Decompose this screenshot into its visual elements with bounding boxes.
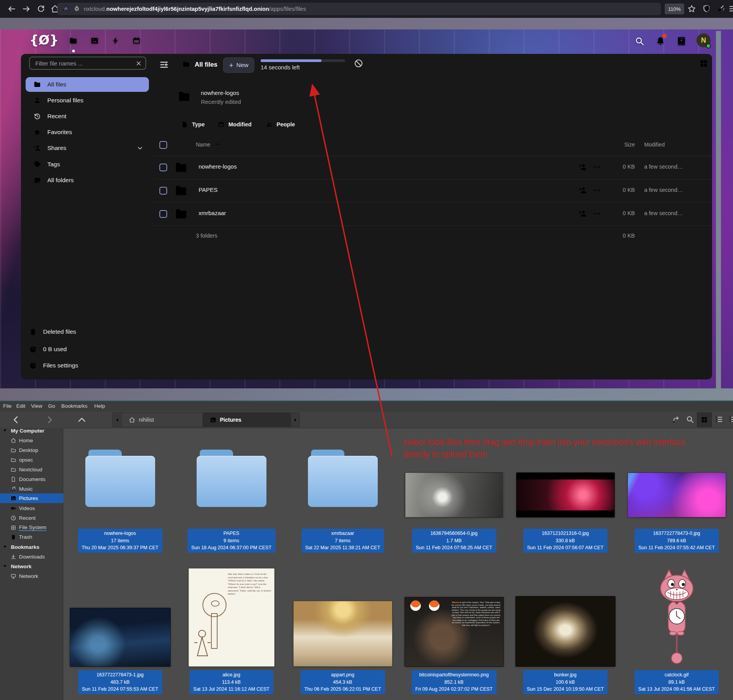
nextcloud-logo[interactable]: {Ø}: [29, 33, 53, 48]
tree-item-recent[interactable]: Recent: [0, 513, 63, 523]
tree-item-network[interactable]: Network: [0, 571, 63, 581]
fm-jump-to-path-icon[interactable]: [672, 415, 681, 424]
clear-filter-icon[interactable]: [135, 60, 142, 67]
file-row-xmrbazaar[interactable]: xmrbazaar 0 KB a few second…: [153, 202, 712, 226]
fm-search-icon[interactable]: [686, 415, 694, 424]
shield-icon[interactable]: [702, 4, 711, 14]
zoom-level-badge[interactable]: 110%: [665, 3, 684, 14]
filter-chip-people[interactable]: People: [266, 121, 295, 128]
sidebar-item-deleted-files[interactable]: Deleted files: [29, 328, 76, 336]
tab-scroll-left-icon[interactable]: [112, 412, 122, 427]
sidebar-item-tags[interactable]: Tags: [26, 157, 149, 172]
select-all-checkbox[interactable]: [159, 141, 167, 149]
share-icon[interactable]: [578, 162, 588, 172]
tree-item-file-system[interactable]: File System: [0, 523, 63, 533]
file-row-nowhere-logos[interactable]: nowhere-logos 0 KB a few second…: [153, 156, 712, 179]
grid-view-toggle-icon[interactable]: [699, 59, 709, 68]
browser-menu-icon[interactable]: [728, 4, 733, 14]
share-icon[interactable]: [578, 186, 588, 196]
browser-back-button[interactable]: [7, 4, 16, 14]
sidebar-item-personal-files[interactable]: Personal files: [26, 93, 149, 108]
tab-scroll-right-icon[interactable]: [290, 412, 300, 427]
fm-more-menu-icon[interactable]: [728, 415, 733, 424]
bookmark-star-icon[interactable]: [687, 4, 697, 14]
tab-label: Pictures: [220, 417, 241, 423]
filter-files-input[interactable]: [29, 57, 146, 70]
breadcrumb[interactable]: All files: [182, 60, 218, 68]
fm-list-view-icon[interactable]: [715, 415, 723, 424]
tree-item-nextcloud[interactable]: Nextcloud: [0, 465, 63, 474]
new-button[interactable]: + New: [223, 57, 254, 73]
collapse-sidebar-icon[interactable]: [159, 60, 169, 70]
sidebar-item-quota[interactable]: 0 B used: [29, 345, 67, 353]
tree-item-pictures[interactable]: Pictures: [0, 493, 63, 503]
unified-search-icon[interactable]: [634, 36, 645, 46]
sidebar-item-favorites[interactable]: Favorites: [26, 125, 149, 140]
fm-up-button[interactable]: [77, 415, 87, 425]
column-header-size[interactable]: Size: [599, 141, 635, 148]
browser-forward-button[interactable]: [22, 4, 31, 14]
row-checkbox[interactable]: [159, 210, 167, 218]
tree-item-opsec[interactable]: opsec: [0, 455, 63, 465]
tab-nihilist[interactable]: nihilist: [122, 412, 203, 427]
share-icon[interactable]: [578, 209, 588, 219]
fm-forward-button[interactable]: [45, 415, 55, 425]
clear-data-broom-icon[interactable]: [716, 4, 725, 14]
fm-item-nowhere-logos[interactable]: nowhere-logos17 itemsThu 20 Mar 2025 06:…: [64, 428, 176, 556]
row-checkbox[interactable]: [159, 164, 167, 171]
filter-chip-modified[interactable]: Modified: [218, 121, 252, 128]
calendar-app-icon[interactable]: [132, 36, 141, 45]
photos-app-icon[interactable]: [90, 36, 99, 45]
fm-item-xmrbazaar[interactable]: xmrbazaar7 itemsSat 22 Mar 2025 11:38:21…: [287, 428, 398, 556]
file-row-papes[interactable]: PAPES 0 KB a few second…: [153, 179, 712, 203]
menu-help[interactable]: Help: [94, 403, 105, 409]
tree-item-music[interactable]: Music: [0, 484, 63, 494]
fm-item-papes[interactable]: PAPES9 itemsSun 18 Aug 2024 06:37:00 PM …: [176, 428, 287, 556]
files-app-icon[interactable]: [69, 36, 78, 45]
filter-chip-type[interactable]: Type: [181, 121, 205, 128]
activity-app-icon[interactable]: [111, 36, 120, 45]
fm-grid-view-button[interactable]: [697, 412, 712, 427]
menu-file[interactable]: File: [3, 403, 12, 409]
contacts-menu-icon[interactable]: [676, 36, 686, 46]
fm-item-1637722778473-1[interactable]: 1637722778473-1.jpg483.7 kBSun 11 Feb 20…: [64, 558, 176, 700]
row-checkbox[interactable]: [159, 187, 167, 195]
sidebar-item-files-settings[interactable]: Files settings: [29, 362, 78, 369]
tab-pictures[interactable]: Pictures: [203, 412, 290, 427]
tor-circuit-icon[interactable]: [62, 5, 70, 13]
cancel-upload-icon[interactable]: [354, 59, 363, 68]
page-scrollbar[interactable]: [716, 31, 721, 389]
fm-back-button[interactable]: [11, 415, 21, 425]
tree-item-desktop[interactable]: Desktop: [0, 445, 63, 455]
tree-item-trash[interactable]: Trash: [0, 532, 63, 542]
fm-item-bunker[interactable]: bunker.jpg100.6 kBSun 15 Dec 2024 10:19:…: [510, 558, 621, 700]
sidebar-item-all-folders[interactable]: All folders: [26, 173, 149, 188]
menu-edit[interactable]: Edit: [16, 403, 25, 409]
browser-reload-button[interactable]: [36, 4, 46, 14]
tree-item-downloads[interactable]: Downloads: [0, 552, 63, 562]
recent-folder-icon[interactable]: [177, 90, 191, 103]
fm-item-appart[interactable]: appart.png454.3 kBThu 06 Feb 2025 06:22:…: [287, 558, 398, 700]
fm-item-catclock[interactable]: catclock.gif89.1 kBSat 13 Jul 2024 09:41…: [621, 558, 732, 700]
menu-go[interactable]: Go: [48, 403, 55, 409]
fm-item-alice[interactable]: One day Alice came to a fork in the road…: [176, 558, 287, 700]
sidebar-item-all-files[interactable]: All files: [26, 77, 149, 92]
tree-section-my-computer[interactable]: My Computer: [0, 426, 63, 436]
menu-view[interactable]: View: [31, 403, 42, 409]
recent-card-title[interactable]: nowhere-logos: [201, 90, 239, 96]
url-bar[interactable]: nxtcloud.nowherejezfoltodf4jiyl6r56jnzin…: [57, 3, 661, 15]
menu-bookmarks[interactable]: Bookmarks: [61, 403, 88, 409]
sidebar-item-label: Recent: [47, 113, 66, 120]
chevron-down-icon[interactable]: [137, 145, 143, 152]
tree-item-home[interactable]: Home: [0, 436, 63, 445]
column-header-name[interactable]: Name: [196, 141, 210, 148]
tree-item-videos[interactable]: Videos: [0, 503, 63, 513]
sidebar-item-shares[interactable]: Shares: [26, 141, 149, 155]
sidebar-item-recent[interactable]: Recent: [26, 109, 149, 124]
clock-icon: [10, 515, 16, 521]
column-header-modified[interactable]: Modified: [644, 141, 665, 148]
tree-section-network[interactable]: Network: [0, 562, 63, 571]
tree-item-documents[interactable]: Documents: [0, 474, 63, 484]
tree-section-bookmarks[interactable]: Bookmarks: [0, 542, 63, 552]
fm-item-bitcoin-meme[interactable]: Bitcoin is part of the system, Neo. That…: [398, 558, 510, 700]
